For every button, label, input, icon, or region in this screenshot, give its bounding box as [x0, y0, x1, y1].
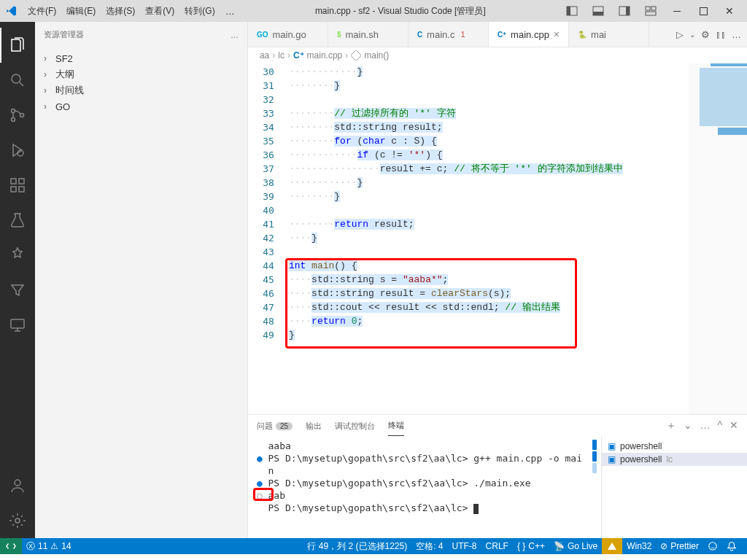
run-dropdown-icon[interactable]: ⌄ — [689, 31, 695, 39]
breadcrumb-item[interactable]: aa — [260, 50, 269, 61]
svg-point-23 — [709, 542, 717, 551]
source-control-icon[interactable] — [0, 98, 35, 133]
language-status[interactable]: { } C++ — [513, 538, 549, 554]
tree-section[interactable]: ›大纲 — [35, 66, 247, 82]
sidebar-title: 资源管理器 — [44, 29, 84, 40]
powershell-icon: ▣ — [608, 441, 616, 451]
menu-item[interactable]: 编辑(E) — [62, 2, 100, 20]
new-terminal-icon[interactable]: ＋ — [666, 419, 676, 432]
menu-item[interactable]: 转到(G) — [180, 2, 219, 20]
svg-rect-8 — [646, 12, 656, 15]
line-numbers: 3031323334353637383940414243444546474849 — [248, 63, 289, 414]
title-actions: ─ ✕ — [560, 2, 741, 20]
notifications-icon[interactable] — [722, 538, 741, 554]
panel-tab[interactable]: 终端 — [388, 416, 404, 436]
svg-point-20 — [15, 480, 20, 486]
remote-indicator[interactable] — [0, 538, 22, 554]
activity-bar — [0, 22, 35, 538]
tab-settings-icon[interactable]: ⚙ — [701, 29, 710, 40]
editor-tab[interactable]: GOmain.go — [248, 22, 328, 47]
sidebar: 资源管理器 … ›SF2›大纲›时间线›GO — [35, 22, 248, 538]
menu-item[interactable]: 选择(S) — [101, 2, 139, 20]
editor-tab[interactable]: Cmain.c1 — [409, 22, 489, 47]
breadcrumb[interactable]: aa› lc› C⁺main.cpp› main() — [248, 47, 747, 63]
panel-tab[interactable]: 调试控制台 — [335, 416, 375, 436]
menu-overflow[interactable]: … — [220, 3, 241, 20]
tree-section[interactable]: ›GO — [35, 98, 247, 114]
eol-status[interactable]: CRLF — [481, 538, 513, 554]
remote-explorer-icon[interactable] — [0, 308, 35, 343]
settings-icon[interactable] — [0, 503, 35, 538]
vscode-logo-icon — [6, 5, 18, 17]
editor-tab[interactable]: C⁺main.cpp× — [489, 22, 569, 47]
sidebar-header: 资源管理器 … — [35, 22, 247, 47]
breadcrumb-item[interactable]: main() — [364, 50, 389, 61]
go-tool-icon[interactable] — [602, 538, 622, 554]
encoding-status[interactable]: UTF-8 — [448, 538, 481, 554]
panel-close-icon[interactable]: ✕ — [729, 419, 738, 432]
terminal-instance[interactable]: ▣powershelllc — [602, 453, 747, 466]
svg-rect-6 — [646, 7, 650, 10]
code-content[interactable]: ············}········}········// 过滤掉所有的 … — [289, 63, 689, 414]
go-settings-icon[interactable] — [0, 238, 35, 273]
breadcrumb-item[interactable]: lc — [278, 50, 285, 61]
editor[interactable]: 3031323334353637383940414243444546474849… — [248, 63, 747, 414]
svg-point-13 — [20, 114, 24, 117]
accounts-icon[interactable] — [0, 468, 35, 503]
panel-more-icon[interactable]: … — [700, 419, 710, 432]
terminal-scroll-marks — [591, 437, 601, 538]
breadcrumb-item[interactable]: main.cpp — [307, 50, 343, 61]
terminal-dropdown-icon[interactable]: ⌄ — [684, 419, 692, 432]
errors-status[interactable]: ⓧ 11 ⚠ 14 — [22, 538, 76, 554]
indent-status[interactable]: 空格: 4 — [411, 538, 447, 554]
svg-rect-19 — [11, 319, 24, 328]
editor-tab[interactable]: $main.sh — [328, 22, 409, 47]
extensions-icon[interactable] — [0, 168, 35, 203]
platform-status[interactable]: Win32 — [622, 538, 656, 554]
tab-more-icon[interactable]: … — [732, 29, 741, 40]
powershell-icon: ▣ — [608, 454, 616, 464]
statusbar: ⓧ 11 ⚠ 14 行 49，列 2 (已选择1225) 空格: 4 UTF-8… — [0, 538, 747, 554]
panel-tab[interactable]: 问题25 — [257, 416, 293, 436]
panel-tab[interactable]: 输出 — [306, 416, 322, 436]
testing-icon[interactable] — [0, 203, 35, 238]
editor-tabs: GOmain.go$main.shCmain.c1C⁺main.cpp×🐍mai… — [248, 22, 747, 47]
split-editor-icon[interactable]: ⫿⫿ — [716, 29, 726, 40]
svg-rect-17 — [19, 187, 24, 192]
panel-maximize-icon[interactable]: ^ — [717, 419, 722, 432]
svg-point-10 — [12, 74, 20, 83]
cursor-position[interactable]: 行 49，列 2 (已选择1225) — [303, 538, 411, 554]
close-tab-icon[interactable]: × — [554, 28, 560, 40]
svg-rect-16 — [11, 187, 16, 192]
editor-tab[interactable]: 🐍mai — [569, 22, 649, 47]
menu-item[interactable]: 查看(V) — [141, 2, 179, 20]
tree-section[interactable]: ›SF2 — [35, 50, 247, 66]
search-icon[interactable] — [0, 63, 35, 98]
feedback-icon[interactable] — [703, 538, 722, 554]
run-debug-icon[interactable] — [0, 133, 35, 168]
layout-custom-icon[interactable] — [639, 2, 662, 20]
terminal[interactable]: aaba● PS D:\mysetup\gopath\src\sf2\aa\lc… — [248, 437, 591, 538]
panel-actions: ＋ ⌄ … ^ ✕ — [666, 419, 738, 432]
minimize-button[interactable]: ─ — [665, 2, 689, 20]
close-button[interactable]: ✕ — [718, 2, 741, 20]
tree-section[interactable]: ›时间线 — [35, 82, 247, 98]
explorer-icon[interactable] — [0, 28, 35, 63]
svg-rect-18 — [19, 179, 24, 184]
more-icon[interactable]: … — [231, 31, 239, 39]
run-icon[interactable]: ▷ — [676, 29, 684, 40]
menu-item[interactable]: 文件(F) — [23, 2, 61, 20]
svg-point-12 — [12, 118, 15, 122]
minimap[interactable] — [689, 63, 747, 414]
layout-left-icon[interactable] — [560, 2, 584, 20]
filter-icon[interactable] — [0, 273, 35, 308]
layout-right-icon[interactable] — [613, 2, 636, 20]
golive-status[interactable]: 📡 Go Live — [549, 538, 602, 554]
prettier-status[interactable]: ⊘ Prettier — [656, 538, 703, 554]
terminal-instance[interactable]: ▣powershell — [602, 440, 747, 453]
svg-rect-3 — [593, 12, 603, 15]
maximize-button[interactable] — [692, 2, 715, 20]
titlebar: 文件(F)编辑(E)选择(S)查看(V)转到(G) … main.cpp - s… — [0, 0, 747, 22]
layout-bottom-icon[interactable] — [587, 2, 610, 20]
svg-rect-9 — [700, 7, 707, 15]
